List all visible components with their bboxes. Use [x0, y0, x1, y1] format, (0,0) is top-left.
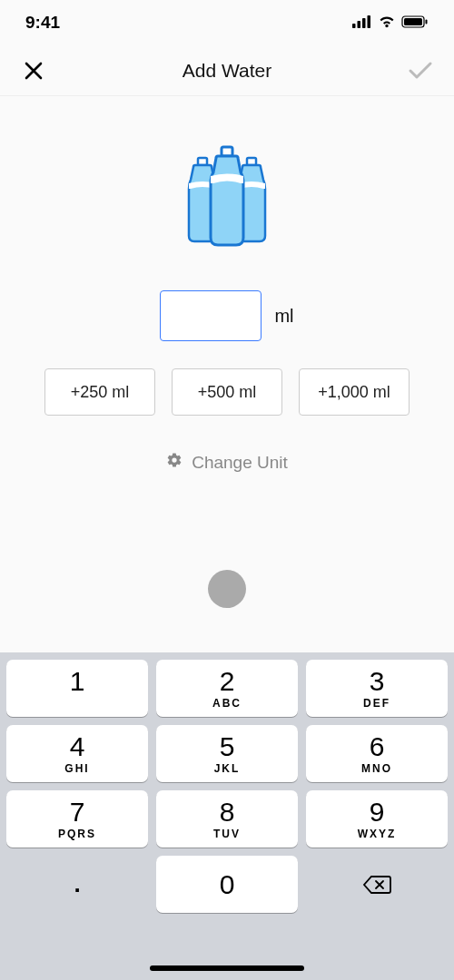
- quick-add-1000[interactable]: +1,000 ml: [299, 368, 410, 416]
- change-unit-button[interactable]: Change Unit: [166, 452, 288, 473]
- keypad-4[interactable]: 4GHI: [6, 725, 148, 782]
- change-unit-label: Change Unit: [192, 453, 288, 473]
- status-icons: [352, 13, 429, 33]
- keypad-1[interactable]: 1: [6, 660, 148, 717]
- keypad-digit: 3: [370, 668, 385, 695]
- svg-rect-0: [352, 24, 356, 28]
- amount-input-row: ml: [160, 290, 293, 341]
- quick-add-500[interactable]: +500 ml: [172, 368, 282, 416]
- touch-indicator: [208, 570, 246, 608]
- keypad-letters: MNO: [361, 762, 392, 775]
- backspace-icon: [362, 874, 391, 896]
- confirm-button[interactable]: [407, 57, 434, 84]
- content: ml +250 ml +500 ml +1,000 ml Change Unit: [0, 96, 454, 473]
- keypad-period[interactable]: .: [6, 856, 148, 913]
- home-indicator[interactable]: [150, 965, 304, 971]
- page-title: Add Water: [0, 60, 454, 82]
- keypad-letters: ABC: [212, 697, 242, 710]
- svg-rect-1: [358, 21, 361, 28]
- keypad-7[interactable]: 7PQRS: [6, 790, 148, 848]
- keypad-letters: WXYZ: [358, 828, 397, 840]
- unit-label: ml: [274, 306, 293, 327]
- keypad-letters: JKL: [214, 762, 241, 775]
- keypad-8[interactable]: 8TUV: [156, 790, 298, 848]
- keypad-letters: TUV: [213, 828, 241, 840]
- wifi-icon: [378, 13, 396, 33]
- svg-rect-2: [362, 18, 366, 28]
- svg-rect-6: [426, 20, 428, 24]
- quick-add-row: +250 ml +500 ml +1,000 ml: [44, 368, 410, 416]
- svg-rect-3: [368, 15, 371, 28]
- status-time: 9:41: [25, 13, 60, 33]
- keypad-digit: 2: [220, 668, 235, 695]
- battery-icon: [401, 13, 429, 33]
- keypad-digit: 7: [70, 799, 85, 826]
- close-button[interactable]: [20, 57, 47, 84]
- keypad-digit: 4: [70, 733, 85, 760]
- water-bottles-illustration: [173, 140, 281, 252]
- svg-rect-5: [404, 18, 422, 25]
- keypad-digit: 9: [370, 799, 385, 826]
- keypad-6[interactable]: 6MNO: [306, 725, 448, 782]
- keypad-letters: GHI: [64, 762, 89, 775]
- cellular-icon: [352, 13, 372, 33]
- keypad-digit: 8: [220, 799, 235, 826]
- status-bar: 9:41: [0, 0, 454, 45]
- checkmark-icon: [408, 61, 433, 81]
- keypad-letters: DEF: [363, 697, 390, 710]
- keypad-3[interactable]: 3DEF: [306, 660, 448, 717]
- gear-icon: [166, 452, 183, 473]
- nav-bar: Add Water: [0, 45, 454, 96]
- keypad-digit: 0: [220, 871, 235, 898]
- keypad-letters: PQRS: [58, 828, 96, 840]
- quick-add-250[interactable]: +250 ml: [44, 368, 155, 416]
- keypad-2[interactable]: 2ABC: [156, 660, 298, 717]
- amount-input[interactable]: [160, 290, 262, 341]
- close-icon: [23, 60, 44, 82]
- numeric-keypad: 1 2ABC3DEF4GHI5JKL6MNO7PQRS8TUV9WXYZ.0: [0, 652, 454, 980]
- keypad-digit: 6: [370, 733, 385, 760]
- keypad-backspace[interactable]: [306, 856, 448, 913]
- keypad-digit: 5: [220, 733, 235, 760]
- keypad-5[interactable]: 5JKL: [156, 725, 298, 782]
- keypad-9[interactable]: 9WXYZ: [306, 790, 448, 848]
- keypad-0[interactable]: 0: [156, 856, 298, 913]
- keypad-digit: 1: [70, 668, 85, 695]
